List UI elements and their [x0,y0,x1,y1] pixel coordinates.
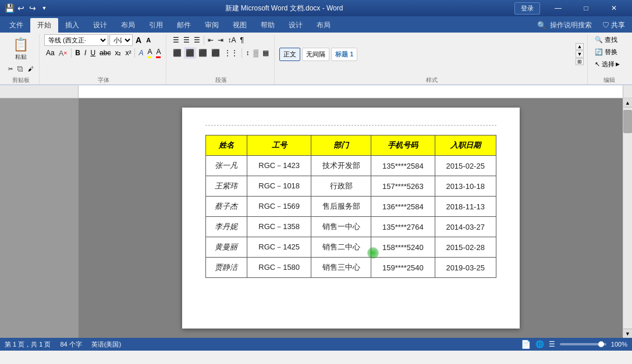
table-cell: 蔡子杰 [205,197,247,217]
vertical-scrollbar[interactable]: ▲ ▼ [623,98,632,338]
data-table: 姓名 工号 部门 手机号码 入职日期 张一凡RGC－1423技术开发部135**… [205,135,496,278]
italic-button[interactable]: I [83,47,88,59]
tab-layout[interactable]: 布局 [114,18,142,33]
ribbon-search-label[interactable]: 操作说明搜索 [550,20,592,30]
multilevel-button[interactable]: ☰ [192,34,202,46]
table-header-row: 姓名 工号 部门 手机号码 入职日期 [205,135,496,156]
bold-button[interactable]: B [73,47,82,59]
strikethrough-button[interactable]: abc [98,47,112,59]
search-icon: 🔍 [537,21,546,30]
ribbon-share-label[interactable]: ♡ 共享 [602,20,625,30]
style-scroll-down[interactable]: ▼ [576,51,584,58]
font-group: 等线 (西文正· 小四 A A Aa A✕ B I U abc x₂ x² [41,34,166,84]
subscript-button[interactable]: x₂ [113,47,123,59]
tab-home[interactable]: 开始 [30,18,58,33]
redo-icon[interactable]: ↪ [28,3,37,13]
col-header-dept: 部门 [311,135,371,156]
increase-indent-button[interactable]: ⇥ [216,34,225,46]
tab-table-layout[interactable]: 布局 [310,18,338,33]
maximize-button[interactable]: □ [573,0,599,16]
numbering-button[interactable]: ☰ [182,34,191,46]
tab-mail[interactable]: 邮件 [170,18,198,33]
document-scroll[interactable]: 姓名 工号 部门 手机号码 入职日期 张一凡RGC－1423技术开发部135**… [79,98,623,338]
left-margin [0,98,79,338]
font-size-select[interactable]: 小四 [109,34,133,46]
bullets-button[interactable]: ☰ [171,34,181,46]
sort-button[interactable]: ↕A [226,34,237,46]
save-icon[interactable]: 💾 [5,3,14,13]
view-print-btn[interactable]: 📄 [521,340,531,349]
quick-access-toolbar: 💾 ↩ ↪ ▼ [5,3,49,13]
table-row: 黄曼丽RGC－1425销售二中心158****52402015-02-28 [205,237,496,258]
scroll-down-button[interactable]: ▼ [623,329,632,338]
ribbon: 📋 粘贴 ✂ ✂ ⿻ 🖌 剪贴板 等线 (西文正· [0,33,632,84]
format-painter-button[interactable]: 🖌 [26,65,35,73]
customize-icon[interactable]: ▼ [40,3,49,13]
show-marks-button[interactable]: ¶ [238,34,245,46]
login-button[interactable]: 登录 [514,2,540,15]
grow-font-button[interactable]: A [134,34,143,46]
zoom-slider[interactable] [560,343,606,345]
align-center-button[interactable]: ⬛ [184,47,196,59]
scroll-track[interactable] [623,108,632,329]
copy-button[interactable]: ⿻ [16,65,25,73]
tab-table-design[interactable]: 设计 [282,18,310,33]
text-effect-button[interactable]: A [137,47,145,59]
case-button[interactable]: Aa [44,47,56,59]
table-cell: 136****2584 [371,197,435,217]
style-no-spacing[interactable]: 无间隔 [302,48,329,61]
table-cell: RGC－1569 [247,197,311,217]
tab-view[interactable]: 视图 [226,18,254,33]
ruler-left-margin [0,85,79,98]
align-right-button[interactable]: ⬛ [197,47,209,59]
scroll-thumb[interactable] [623,110,632,133]
find-button[interactable]: 🔍 查找 [592,34,626,45]
highlight-button[interactable]: A [145,47,154,59]
table-cell: 技术开发部 [311,156,371,176]
minimize-button[interactable]: — [545,0,571,16]
style-normal[interactable]: 正文 [279,48,300,61]
columns-button[interactable]: ⋮⋮ [222,47,240,59]
shading-button[interactable]: ▓ [251,47,260,59]
table-cell: 销售三中心 [311,258,371,278]
document-page: 姓名 工号 部门 手机号码 入职日期 张一凡RGC－1423技术开发部135**… [182,108,520,329]
decrease-indent-button[interactable]: ⇤ [206,34,215,46]
close-button[interactable]: ✕ [601,0,627,16]
align-left-button[interactable]: ⬛ [171,47,183,59]
font-name-select[interactable]: 等线 (西文正· [44,34,108,46]
table-cell: 2013-10-18 [435,176,496,197]
justify-button[interactable]: ⬛ [210,47,222,59]
tab-review[interactable]: 审阅 [198,18,226,33]
style-scroll-controls: ▲ ▼ ⊞ [576,43,584,65]
borders-button[interactable]: ▦ [261,47,271,59]
tab-insert[interactable]: 插入 [58,18,86,33]
zoom-level: 100% [611,341,627,348]
select-button[interactable]: ↖ 选择► [592,59,626,70]
table-cell: 贾静洁 [205,258,247,278]
undo-icon[interactable]: ↩ [16,3,26,13]
line-spacing-button[interactable]: ↕ [244,47,251,59]
zoom-thumb[interactable] [598,341,604,347]
tab-design[interactable]: 设计 [86,18,114,33]
replace-button[interactable]: 🔄 替换 [592,47,626,58]
tab-help[interactable]: 帮助 [254,18,282,33]
tab-references[interactable]: 引用 [142,18,170,33]
underline-button[interactable]: U [88,47,97,59]
section-divider [205,125,496,126]
scroll-up-button[interactable]: ▲ [623,98,632,108]
view-outline-btn[interactable]: ☰ [549,340,555,348]
clear-format-button[interactable]: A✕ [57,47,70,59]
view-web-btn[interactable]: 🌐 [535,340,544,348]
shrink-font-button[interactable]: A [144,34,152,46]
paste-button[interactable]: 📋 粘贴 [6,35,35,63]
style-heading1[interactable]: 标题 1 [331,48,357,61]
style-scroll-up[interactable]: ▲ [576,43,584,50]
style-expand[interactable]: ⊞ [576,58,584,65]
table-cell: 2019-03-25 [435,258,496,278]
superscript-button[interactable]: x² [123,47,133,59]
font-color-button[interactable]: A [154,47,162,59]
styles-group: 正文 无间隔 标题 1 ▲ ▼ ⊞ 样式 [276,34,588,84]
cut-button[interactable]: ✂ ✂ [6,65,15,73]
tab-file[interactable]: 文件 [2,18,30,33]
paragraph-label: 段落 [215,74,227,84]
